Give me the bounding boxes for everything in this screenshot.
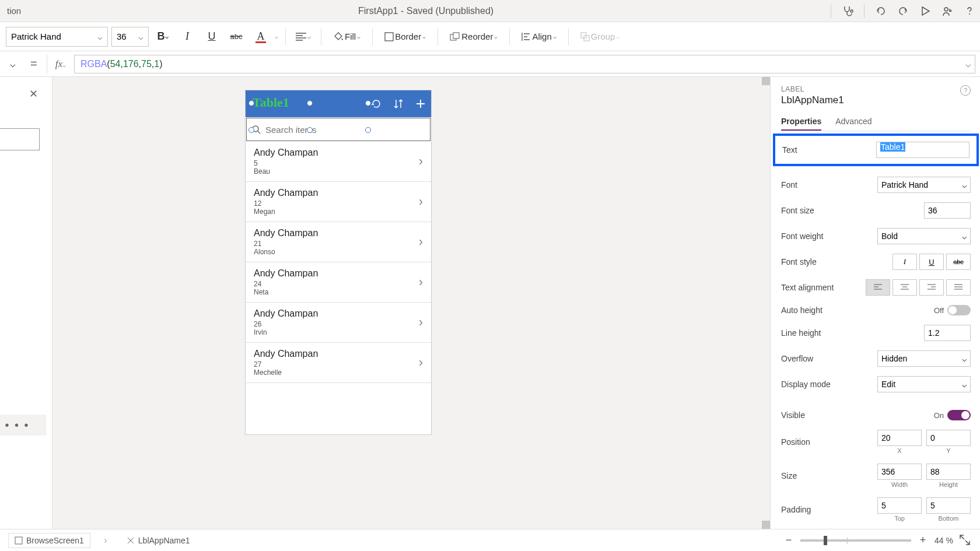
- refresh-icon[interactable]: [370, 98, 382, 110]
- list-item[interactable]: Andy Champan 27 Mechelle ›: [246, 343, 431, 383]
- zoom-out-button[interactable]: −: [783, 535, 794, 546]
- tab-properties[interactable]: Properties: [781, 113, 821, 131]
- font-family-dropdown[interactable]: Patrick Hand ⌵: [6, 27, 108, 47]
- autoheight-state: Off: [934, 306, 944, 315]
- chevron-right-icon[interactable]: ›: [419, 355, 423, 370]
- chevron-right-icon[interactable]: ›: [419, 275, 423, 290]
- fontsize-input[interactable]: [924, 202, 971, 219]
- size-height-input[interactable]: [926, 464, 971, 480]
- font-select[interactable]: Patrick Hand⌵: [877, 177, 971, 193]
- gallery-list: Andy Champan 5 Beau › Andy Champan 12 Me…: [246, 142, 431, 434]
- bold-button[interactable]: B⌵: [152, 26, 173, 47]
- formula-expand-icon[interactable]: ⌵: [961, 57, 975, 71]
- stethoscope-checker-icon[interactable]: [842, 5, 853, 17]
- play-preview-icon[interactable]: [919, 5, 931, 17]
- breadcrumb-screen[interactable]: BrowseScreen1: [8, 533, 90, 548]
- zoom-slider[interactable]: [800, 539, 911, 542]
- lineheight-row: Line height: [781, 320, 971, 346]
- formatting-toolbar: Patrick Hand ⌵ 36 ⌵ B⌵ I U abc A ⌵ ⌵ Fil…: [0, 22, 980, 51]
- chevron-right-icon[interactable]: ›: [419, 315, 423, 330]
- list-item[interactable]: Andy Champan 24 Neta ›: [246, 262, 431, 303]
- list-item[interactable]: Andy Champan 5 Beau ›: [246, 142, 431, 182]
- size-width-input[interactable]: [877, 464, 922, 480]
- zoom-in-button[interactable]: +: [917, 535, 929, 546]
- close-pane-icon[interactable]: ✕: [29, 87, 38, 100]
- underline-toggle[interactable]: U: [919, 254, 944, 270]
- list-item[interactable]: Andy Champan 26 Irvin ›: [246, 303, 431, 343]
- formula-input[interactable]: RGBA(54, 176, 75, 1): [74, 55, 975, 73]
- divider: [831, 4, 831, 18]
- autoheight-row: Auto height Off: [781, 300, 971, 320]
- separator: [509, 28, 510, 45]
- font-color-button[interactable]: A: [250, 26, 271, 47]
- align-center-button[interactable]: [892, 279, 917, 296]
- property-selector-dropdown[interactable]: ⌵: [5, 55, 21, 73]
- underline-button[interactable]: U: [201, 26, 222, 47]
- canvas-scrollbar[interactable]: [762, 77, 770, 529]
- fit-to-screen-icon[interactable]: [959, 534, 972, 547]
- add-icon[interactable]: [415, 98, 426, 110]
- align-dropdown[interactable]: Align ⌵: [517, 26, 561, 47]
- tree-ellipsis[interactable]: • • •: [0, 415, 46, 436]
- chevron-right-icon[interactable]: ›: [419, 154, 423, 169]
- italic-button[interactable]: I: [177, 26, 198, 47]
- text-align-button[interactable]: ⌵: [293, 26, 314, 47]
- position-x-input[interactable]: [877, 430, 922, 446]
- separator: [372, 28, 373, 45]
- tab-advanced[interactable]: Advanced: [835, 113, 872, 131]
- size-row: Size Width Height: [781, 459, 971, 493]
- redo-icon[interactable]: [897, 5, 909, 17]
- visible-state: On: [934, 411, 944, 420]
- position-y-input[interactable]: [926, 430, 971, 446]
- app-title-label[interactable]: Table1: [253, 95, 289, 110]
- padding-bottom-input[interactable]: [926, 497, 971, 514]
- italic-toggle[interactable]: I: [892, 254, 917, 270]
- help-icon[interactable]: [964, 5, 975, 17]
- fx-icon[interactable]: fx⌵: [53, 58, 68, 70]
- strikethrough-button[interactable]: abc: [226, 26, 247, 47]
- sort-icon[interactable]: [393, 98, 404, 110]
- textalign-label: Text alignment: [781, 283, 834, 292]
- autoheight-toggle[interactable]: [947, 305, 971, 315]
- screen-icon: [15, 536, 23, 545]
- list-item-line3: Megan: [254, 208, 419, 216]
- chevron-down-icon: ⌵: [97, 31, 103, 42]
- font-size-dropdown[interactable]: 36 ⌵: [111, 27, 149, 47]
- reorder-dropdown[interactable]: Reorder ⌵: [445, 26, 502, 47]
- textalign-row: Text alignment: [781, 275, 971, 300]
- list-item[interactable]: Andy Champan 12 Megan ›: [246, 182, 431, 222]
- displaymode-select[interactable]: Edit⌵: [877, 376, 971, 392]
- info-icon[interactable]: ?: [960, 85, 971, 96]
- chevron-right-icon[interactable]: ›: [419, 234, 423, 250]
- fill-dropdown[interactable]: Fill ⌵: [328, 26, 365, 47]
- text-property-row-highlighted: Text Table1: [773, 134, 979, 166]
- list-item-name: Andy Champan: [254, 148, 419, 158]
- breadcrumb-control[interactable]: LblAppName1: [121, 534, 196, 548]
- visible-toggle[interactable]: [947, 410, 971, 420]
- share-icon[interactable]: [942, 5, 953, 17]
- list-item-line2: 24: [254, 280, 419, 288]
- lineheight-input[interactable]: [924, 325, 971, 341]
- list-item[interactable]: Andy Champan 21 Alonso ›: [246, 222, 431, 262]
- status-bar: BrowseScreen1 › LblAppName1 − + 44 %: [0, 529, 980, 551]
- align-right-button[interactable]: [919, 279, 944, 296]
- fontweight-select[interactable]: Bold⌵: [877, 228, 971, 244]
- undo-icon[interactable]: [875, 5, 887, 17]
- overflow-select[interactable]: Hidden⌵: [877, 350, 971, 367]
- chevron-down-icon[interactable]: ⌵: [275, 33, 278, 40]
- strikethrough-toggle[interactable]: abc: [946, 254, 971, 270]
- align-justify-button[interactable]: [946, 279, 971, 296]
- align-left-button[interactable]: [866, 279, 890, 296]
- padding-row: Padding Top Bottom: [781, 493, 971, 527]
- search-icon: [251, 125, 261, 134]
- border-dropdown[interactable]: Border ⌵: [380, 26, 430, 47]
- fill-label: Fill: [345, 31, 356, 41]
- padding-top-input[interactable]: [877, 497, 922, 514]
- tree-search-stub[interactable]: [0, 128, 40, 150]
- text-property-input[interactable]: Table1: [876, 142, 970, 158]
- svg-point-8: [253, 126, 258, 132]
- list-item-line3: Neta: [254, 288, 419, 296]
- search-input[interactable]: [265, 125, 425, 135]
- canvas[interactable]: Table1 Andy Champan: [52, 77, 770, 529]
- chevron-right-icon[interactable]: ›: [419, 194, 423, 209]
